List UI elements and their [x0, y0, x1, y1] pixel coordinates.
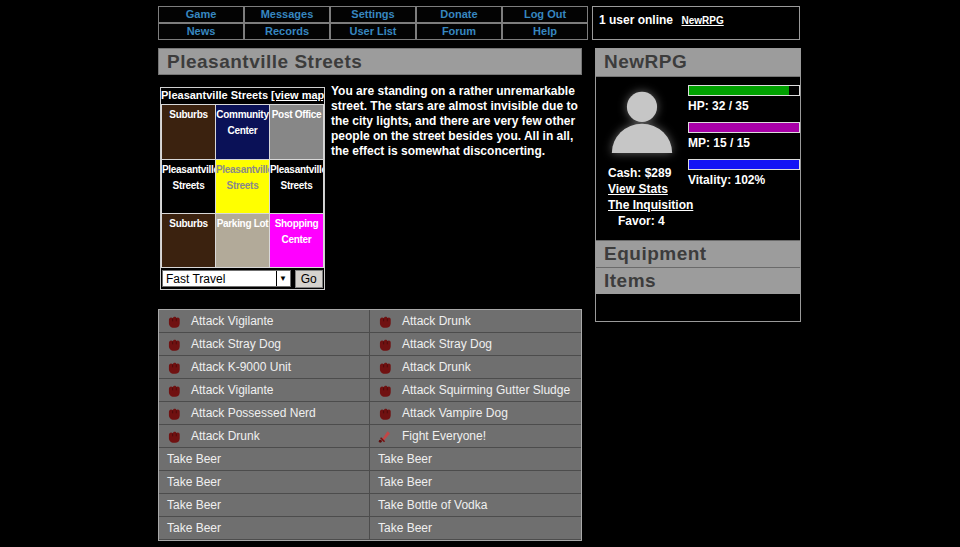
action-row: Attack K-9000 Unit Attack Drunk	[159, 356, 581, 379]
action-item[interactable]: Attack Possessed Nerd	[159, 402, 370, 424]
action-label: Attack Vampire Dog	[402, 406, 508, 420]
action-item[interactable]: Take Beer	[159, 448, 370, 470]
action-row: Take BeerTake Beer	[159, 448, 581, 471]
nav-news[interactable]: News	[158, 23, 244, 40]
items-section-header[interactable]: Items	[596, 267, 800, 294]
fist-icon	[378, 313, 392, 330]
action-label: Attack Vigilante	[191, 314, 274, 328]
sidebar: NewRPG HP: 32 / 35 MP: 15 / 15 Vitality:…	[595, 48, 801, 322]
nav-messages[interactable]: Messages	[244, 6, 330, 23]
action-item[interactable]: Attack Drunk	[370, 356, 581, 378]
action-item[interactable]: Take Beer	[370, 448, 581, 470]
action-label: Attack K-9000 Unit	[191, 360, 291, 374]
action-item[interactable]: Take Beer	[370, 517, 581, 539]
action-item[interactable]: Take Beer	[370, 471, 581, 493]
action-label: Attack Possessed Nerd	[191, 406, 316, 420]
favor-value: Favor: 4	[608, 214, 665, 228]
action-item[interactable]: Attack Vigilante	[159, 379, 370, 401]
action-label: Attack Squirming Gutter Sludge	[402, 383, 570, 397]
fist-icon	[167, 336, 181, 353]
action-label: Take Beer	[167, 475, 221, 489]
nav-forum[interactable]: Forum	[416, 23, 502, 40]
hp-bar-fill	[689, 86, 789, 95]
action-row: Take BeerTake Beer	[159, 517, 581, 540]
hp-label: HP: 32 / 35	[688, 99, 800, 113]
nav-donate[interactable]: Donate	[416, 6, 502, 23]
action-row: Attack Vigilante Attack Drunk	[159, 310, 581, 333]
page-title: Pleasantville Streets	[158, 48, 582, 75]
nav-userlist[interactable]: User List	[330, 23, 416, 40]
action-item[interactable]: Attack Squirming Gutter Sludge	[370, 379, 581, 401]
map-cell-suburbs[interactable]: Suburbs	[162, 214, 215, 267]
nav-logout[interactable]: Log Out	[502, 6, 588, 23]
action-label: Take Bottle of Vodka	[378, 498, 487, 512]
fist-icon	[167, 382, 181, 399]
action-label: Take Beer	[378, 475, 432, 489]
action-row: Attack Drunk Fight Everyone!	[159, 425, 581, 448]
fist-icon	[167, 313, 181, 330]
nav-help[interactable]: Help	[502, 23, 588, 40]
game-page: Game Messages Settings Donate Log Out Ne…	[0, 0, 960, 547]
action-item[interactable]: Attack K-9000 Unit	[159, 356, 370, 378]
vitality-bar-fill	[689, 160, 799, 169]
action-item[interactable]: Attack Stray Dog	[159, 333, 370, 355]
location-description: You are standing on a rather unremarkabl…	[331, 84, 584, 159]
equipment-section-header[interactable]: Equipment	[596, 240, 800, 267]
map-cell-shopping-center[interactable]: Shopping Center	[270, 214, 323, 267]
dagger-icon	[378, 428, 392, 445]
online-count-text: 1 user online	[599, 13, 673, 27]
action-label: Attack Drunk	[402, 360, 471, 374]
map-grid: SuburbsCommunity CenterPost OfficePleasa…	[161, 104, 324, 268]
fist-icon	[167, 428, 181, 445]
nav-settings[interactable]: Settings	[330, 6, 416, 23]
action-item[interactable]: Attack Vigilante	[159, 310, 370, 332]
action-item[interactable]: Take Beer	[159, 494, 370, 516]
action-table: Attack Vigilante Attack Drunk Attack Str…	[158, 309, 582, 541]
online-user-link[interactable]: NewRPG	[681, 15, 723, 26]
faction-link[interactable]: The Inquisition	[608, 197, 693, 213]
view-stats-link[interactable]: View Stats	[608, 181, 693, 197]
view-map-link[interactable]: [view map]	[271, 89, 324, 101]
action-item[interactable]: Fight Everyone!	[370, 425, 581, 447]
vitality-label: Vitality: 102%	[688, 173, 800, 187]
character-info: Cash: $289 View Stats The Inquisition Fa…	[608, 165, 693, 229]
map-cell-community-center[interactable]: Community Center	[216, 105, 269, 159]
action-row: Take BeerTake Beer	[159, 471, 581, 494]
stat-bars: HP: 32 / 35 MP: 15 / 15 Vitality: 102%	[688, 85, 800, 196]
action-row: Attack Possessed Nerd Attack Vampire Dog	[159, 402, 581, 425]
map-cell-post-office[interactable]: Post Office	[270, 105, 323, 159]
action-label: Take Beer	[378, 452, 432, 466]
online-users-box: 1 user online NewRPG	[592, 6, 800, 40]
map-cell-pleasantville-streets[interactable]: Pleasantville Streets	[216, 160, 269, 213]
map-cell-pleasantville-streets[interactable]: Pleasantville Streets	[162, 160, 215, 213]
fist-icon	[378, 359, 392, 376]
mp-bar	[688, 122, 800, 133]
top-nav: Game Messages Settings Donate Log Out Ne…	[158, 6, 588, 40]
sidebar-title: NewRPG	[596, 49, 800, 77]
fist-icon	[167, 359, 181, 376]
action-item[interactable]: Attack Vampire Dog	[370, 402, 581, 424]
sidebar-content: HP: 32 / 35 MP: 15 / 15 Vitality: 102% C…	[596, 77, 800, 240]
action-item[interactable]: Attack Stray Dog	[370, 333, 581, 355]
chevron-down-icon: ▼	[276, 271, 290, 286]
action-label: Take Beer	[167, 521, 221, 535]
action-item[interactable]: Attack Drunk	[370, 310, 581, 332]
nav-records[interactable]: Records	[244, 23, 330, 40]
go-button[interactable]: Go	[295, 270, 323, 288]
map-cell-parking-lot[interactable]: Parking Lot	[216, 214, 269, 267]
map-cell-pleasantville-streets[interactable]: Pleasantville Streets	[270, 160, 323, 213]
action-item[interactable]: Take Beer	[159, 471, 370, 493]
map-cell-suburbs[interactable]: Suburbs	[162, 105, 215, 159]
action-row: Take BeerTake Bottle of Vodka	[159, 494, 581, 517]
map-header: Pleasantville Streets [view map]	[161, 88, 324, 104]
action-item[interactable]: Attack Drunk	[159, 425, 370, 447]
action-label: Fight Everyone!	[402, 429, 486, 443]
fast-travel-select[interactable]: Fast Travel ▼	[162, 270, 291, 287]
map-panel: Pleasantville Streets [view map] Suburbs…	[160, 87, 325, 290]
action-label: Attack Drunk	[191, 429, 260, 443]
nav-game[interactable]: Game	[158, 6, 244, 23]
action-item[interactable]: Take Bottle of Vodka	[370, 494, 581, 516]
map-header-title: Pleasantville Streets	[161, 89, 268, 101]
action-item[interactable]: Take Beer	[159, 517, 370, 539]
action-label: Take Beer	[167, 452, 221, 466]
